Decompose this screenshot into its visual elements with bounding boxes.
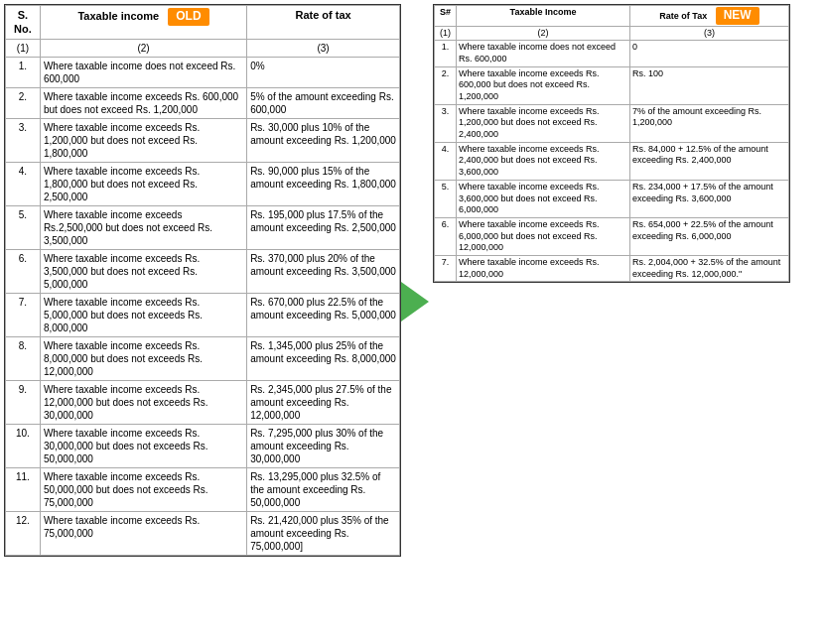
table-row: 2.Where taxable income exceeds Rs. 600,0… — [6, 87, 400, 118]
rate-cell: Rs. 370,000 plus 20% of the amount excee… — [247, 249, 400, 293]
income-cell: Where taxable income does not exceed Rs.… — [457, 41, 630, 66]
table-row: 12.Where taxable income exceeds Rs. 75,0… — [6, 511, 400, 555]
old-income-header: Taxable income OLD — [40, 6, 246, 40]
new-rate-header-label: Rate of Tax — [659, 11, 707, 21]
sno-cell: 5. — [435, 180, 457, 217]
new-badge: NEW — [716, 7, 759, 25]
rate-cell: Rs. 90,000 plus 15% of the amount exceed… — [247, 162, 400, 205]
table-row: 9.Where taxable income exceeds Rs. 12,00… — [6, 380, 400, 424]
rate-cell: Rs. 654,000 + 22.5% of the amount exceed… — [630, 217, 789, 255]
sno-cell: 10. — [6, 424, 41, 467]
table-row: 4.Where taxable income exceeds Rs. 1,800… — [6, 162, 400, 205]
table-row: 5.Where taxable income exceeds Rs.2,500,… — [6, 205, 400, 249]
table-row: 2.Where taxable income exceeds Rs. 600,0… — [435, 66, 789, 104]
old-badge: OLD — [168, 8, 208, 26]
right-table-container: S# Taxable Income Rate of Tax NEW (1) (2… — [433, 4, 790, 283]
transition-arrow — [401, 282, 429, 322]
income-cell: Where taxable income exceeds Rs. 12,000,… — [40, 380, 246, 424]
old-sub-sno: (1) — [6, 39, 41, 57]
sno-header-label: S. No. — [14, 9, 32, 35]
old-sub-rate: (3) — [247, 39, 400, 57]
income-cell: Where taxable income exceeds Rs. 2,400,0… — [457, 142, 630, 180]
old-tax-table: S. No. Taxable income OLD Rate of tax (1… — [5, 5, 400, 556]
rate-cell: Rs. 30,000 plus 10% of the amount exceed… — [247, 118, 400, 162]
sno-cell: 7. — [6, 293, 41, 336]
table-row: 8.Where taxable income exceeds Rs. 8,000… — [6, 336, 400, 380]
rate-cell: Rs. 234,000 + 17.5% of the amount exceed… — [630, 180, 789, 217]
new-sno-header: S# — [435, 6, 457, 27]
rate-cell: Rs. 670,000 plus 22.5% of the amount exc… — [247, 293, 400, 336]
sno-cell: 8. — [6, 336, 41, 380]
sno-cell: 4. — [6, 162, 41, 205]
income-cell: Where taxable income exceeds Rs. 600,000… — [457, 66, 630, 104]
new-table-sub-header: (1) (2) (3) — [435, 26, 789, 41]
new-income-header-label: Taxable Income — [510, 7, 577, 17]
table-row: 3.Where taxable income exceeds Rs. 1,200… — [6, 118, 400, 162]
table-row: 3.Where taxable income exceeds Rs. 1,200… — [435, 104, 789, 142]
table-row: 7.Where taxable income exceeds Rs. 12,00… — [435, 255, 789, 281]
table-row: 1.Where taxable income does not exceed R… — [6, 57, 400, 87]
new-rate-header: Rate of Tax NEW — [630, 6, 789, 27]
rate-cell: 0% — [247, 57, 400, 87]
sno-cell: 1. — [435, 41, 457, 66]
rate-cell: Rs. 84,000 + 12.5% of the amount exceedi… — [630, 142, 789, 180]
income-cell: Where taxable income exceeds Rs. 3,500,0… — [40, 249, 246, 293]
rate-cell: Rs. 2,004,000 + 32.5% of the amount exce… — [630, 255, 789, 281]
sno-cell: 2. — [6, 87, 41, 118]
income-cell: Where taxable income exceeds Rs. 8,000,0… — [40, 336, 246, 380]
sno-cell: 9. — [6, 380, 41, 424]
rate-cell: 5% of the amount exceeding Rs. 600,000 — [247, 87, 400, 118]
rate-cell: Rs. 7,295,000 plus 30% of the amount exc… — [247, 424, 400, 467]
rate-header-label: Rate of tax — [295, 9, 350, 21]
new-tax-table: S# Taxable Income Rate of Tax NEW (1) (2… — [434, 5, 789, 282]
new-sub-rate: (3) — [630, 26, 789, 41]
table-row: 6.Where taxable income exceeds Rs. 3,500… — [6, 249, 400, 293]
old-table-body: 1.Where taxable income does not exceed R… — [6, 57, 400, 555]
rate-cell: Rs. 100 — [630, 66, 789, 104]
table-row: 5.Where taxable income exceeds Rs. 3,600… — [435, 180, 789, 217]
income-cell: Where taxable income does not exceed Rs.… — [40, 57, 246, 87]
rate-cell: 7% of the amount exceeding Rs. 1,200,000 — [630, 104, 789, 142]
income-cell: Where taxable income exceeds Rs. 600,000… — [40, 87, 246, 118]
income-cell: Where taxable income exceeds Rs. 12,000,… — [457, 255, 630, 281]
new-table-body: 1.Where taxable income does not exceed R… — [435, 41, 789, 282]
rate-cell: 0 — [630, 41, 789, 66]
old-sub-income: (2) — [40, 39, 246, 57]
income-cell: Where taxable income exceeds Rs. 50,000,… — [40, 467, 246, 511]
income-cell: Where taxable income exceeds Rs. 1,200,0… — [40, 118, 246, 162]
sno-cell: 1. — [6, 57, 41, 87]
sno-cell: 11. — [6, 467, 41, 511]
income-cell: Where taxable income exceeds Rs. 6,000,0… — [457, 217, 630, 255]
sno-cell: 6. — [435, 217, 457, 255]
sno-cell: 6. — [6, 249, 41, 293]
income-header-label: Taxable income — [77, 10, 159, 22]
sno-cell: 4. — [435, 142, 457, 180]
income-cell: Where taxable income exceeds Rs.2,500,00… — [40, 205, 246, 249]
table-row: 6.Where taxable income exceeds Rs. 6,000… — [435, 217, 789, 255]
sno-cell: 5. — [6, 205, 41, 249]
old-table-header-row: S. No. Taxable income OLD Rate of tax — [6, 6, 400, 40]
income-cell: Where taxable income exceeds Rs. 1,800,0… — [40, 162, 246, 205]
table-row: 1.Where taxable income does not exceed R… — [435, 41, 789, 66]
table-row: 7.Where taxable income exceeds Rs. 5,000… — [6, 293, 400, 336]
arrow-wrapper — [401, 4, 429, 599]
rate-cell: Rs. 195,000 plus 17.5% of the amount exc… — [247, 205, 400, 249]
income-cell: Where taxable income exceeds Rs. 30,000,… — [40, 424, 246, 467]
new-sub-income: (2) — [457, 26, 630, 41]
rate-cell: Rs. 13,295,000 plus 32.5% of the amount … — [247, 467, 400, 511]
sno-cell: 3. — [435, 104, 457, 142]
income-cell: Where taxable income exceeds Rs. 1,200,0… — [457, 104, 630, 142]
income-cell: Where taxable income exceeds Rs. 3,600,0… — [457, 180, 630, 217]
table-row: 10.Where taxable income exceeds Rs. 30,0… — [6, 424, 400, 467]
rate-cell: Rs. 2,345,000 plus 27.5% of the amount e… — [247, 380, 400, 424]
sno-cell: 12. — [6, 511, 41, 555]
income-cell: Where taxable income exceeds Rs. 75,000,… — [40, 511, 246, 555]
rate-cell: Rs. 1,345,000 plus 25% of the amount exc… — [247, 336, 400, 380]
table-row: 11.Where taxable income exceeds Rs. 50,0… — [6, 467, 400, 511]
income-cell: Where taxable income exceeds Rs. 5,000,0… — [40, 293, 246, 336]
sno-cell: 2. — [435, 66, 457, 104]
old-rate-header: Rate of tax — [247, 6, 400, 40]
new-income-header: Taxable Income — [457, 6, 630, 27]
old-sno-header: S. No. — [6, 6, 41, 40]
sno-cell: 7. — [435, 255, 457, 281]
